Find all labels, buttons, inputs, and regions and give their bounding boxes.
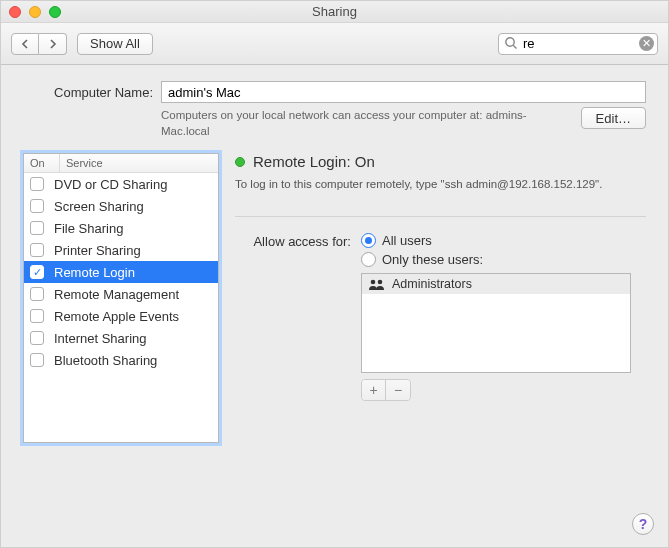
svg-point-0 <box>506 37 514 45</box>
service-row[interactable]: Bluetooth Sharing <box>24 349 218 371</box>
service-checkbox[interactable] <box>30 287 44 301</box>
titlebar: Sharing <box>1 1 668 23</box>
service-checkbox[interactable]: ✓ <box>30 265 44 279</box>
svg-point-2 <box>371 280 376 285</box>
remove-user-button[interactable]: − <box>386 380 410 400</box>
svg-line-1 <box>513 45 516 48</box>
service-label: DVD or CD Sharing <box>54 177 167 192</box>
service-row[interactable]: Screen Sharing <box>24 195 218 217</box>
back-button[interactable] <box>11 33 39 55</box>
service-checkbox[interactable] <box>30 353 44 367</box>
radio-icon <box>361 252 376 267</box>
computer-name-input[interactable] <box>161 81 646 103</box>
forward-button[interactable] <box>39 33 67 55</box>
service-row[interactable]: File Sharing <box>24 217 218 239</box>
service-row[interactable]: Internet Sharing <box>24 327 218 349</box>
service-row[interactable]: Remote Apple Events <box>24 305 218 327</box>
add-user-button[interactable]: + <box>362 380 386 400</box>
column-header-service: Service <box>60 154 218 172</box>
service-checkbox[interactable] <box>30 309 44 323</box>
radio-label: All users <box>382 233 432 248</box>
service-checkbox[interactable] <box>30 221 44 235</box>
window-title: Sharing <box>1 4 668 19</box>
user-label: Administrators <box>392 277 472 291</box>
service-checkbox[interactable] <box>30 243 44 257</box>
services-list: On Service DVD or CD SharingScreen Shari… <box>23 153 219 443</box>
service-checkbox[interactable] <box>30 331 44 345</box>
service-row[interactable]: Printer Sharing <box>24 239 218 261</box>
computer-name-label: Computer Name: <box>23 85 153 100</box>
search-icon <box>504 36 518 53</box>
service-checkbox[interactable] <box>30 177 44 191</box>
status-indicator-icon <box>235 157 245 167</box>
service-label: Printer Sharing <box>54 243 141 258</box>
service-label: Screen Sharing <box>54 199 144 214</box>
user-list[interactable]: Administrators <box>361 273 631 373</box>
service-checkbox[interactable] <box>30 199 44 213</box>
edit-button[interactable]: Edit… <box>581 107 646 129</box>
radio-only-users[interactable]: Only these users: <box>361 252 483 267</box>
service-row[interactable]: Remote Management <box>24 283 218 305</box>
show-all-button[interactable]: Show All <box>77 33 153 55</box>
help-button[interactable]: ? <box>632 513 654 535</box>
service-label: Internet Sharing <box>54 331 147 346</box>
svg-point-3 <box>378 280 383 285</box>
radio-icon <box>361 233 376 248</box>
chevron-right-icon <box>49 39 57 49</box>
status-instruction: To log in to this computer remotely, typ… <box>235 178 646 190</box>
service-label: File Sharing <box>54 221 123 236</box>
service-label: Remote Management <box>54 287 179 302</box>
list-item[interactable]: Administrators <box>362 274 630 294</box>
toolbar: Show All ✕ <box>1 23 668 65</box>
service-label: Remote Login <box>54 265 135 280</box>
chevron-left-icon <box>21 39 29 49</box>
service-label: Bluetooth Sharing <box>54 353 157 368</box>
column-header-on: On <box>24 154 60 172</box>
status-title: Remote Login: On <box>253 153 375 170</box>
host-description: Computers on your local network can acce… <box>161 107 581 139</box>
divider <box>235 216 646 217</box>
users-icon <box>368 278 386 290</box>
service-row[interactable]: ✓Remote Login <box>24 261 218 283</box>
radio-label: Only these users: <box>382 252 483 267</box>
search-input[interactable] <box>498 33 658 55</box>
radio-all-users[interactable]: All users <box>361 233 483 248</box>
service-row[interactable]: DVD or CD Sharing <box>24 173 218 195</box>
access-label: Allow access for: <box>235 233 351 267</box>
clear-search-button[interactable]: ✕ <box>639 36 654 51</box>
service-label: Remote Apple Events <box>54 309 179 324</box>
